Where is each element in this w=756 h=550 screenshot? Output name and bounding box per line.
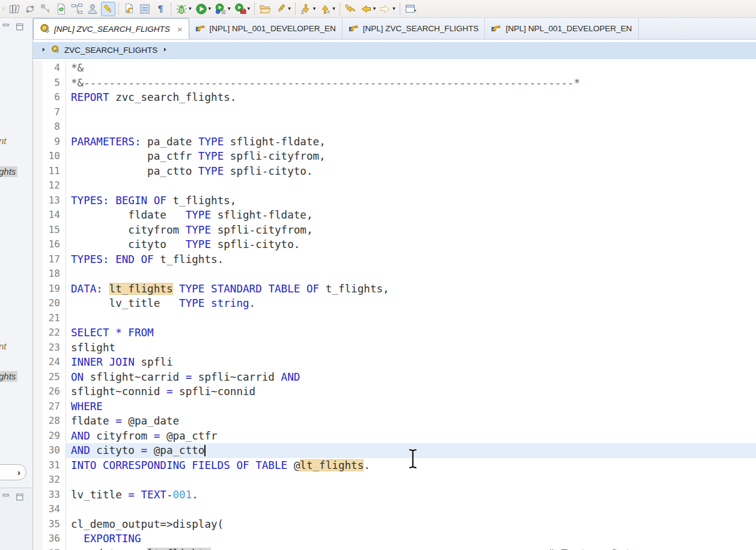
code-text[interactable] (66, 105, 756, 120)
tab-zvc-search-flights-editor[interactable]: P[NPL] ZVC_SEARCH_FLIGHTS× (33, 18, 189, 39)
dropdown-caret-icon[interactable]: ▾ (332, 6, 335, 11)
debug-button[interactable]: ▾ (174, 2, 193, 16)
code-line[interactable]: 26sflight~connid = spfli~connid (33, 384, 756, 399)
open-folder-button[interactable] (258, 2, 272, 16)
code-line[interactable]: 12 (33, 178, 756, 193)
code-text[interactable] (66, 311, 756, 326)
chevron-right-icon[interactable] (40, 46, 47, 55)
left-panel-item-fragment[interactable]: nt (0, 341, 7, 351)
code-text[interactable]: REPORT zvc_search_flights. (66, 90, 756, 105)
code-text[interactable]: TYPES: BEGIN OF t_flights, (66, 193, 756, 208)
code-text[interactable] (66, 119, 756, 134)
code-text[interactable]: DATA: lt_flights TYPE STANDARD TABLE OF … (66, 282, 756, 297)
tab-zvc-search-flights-gui[interactable]: [NPL] ZVC_SEARCH_FLIGHTS (343, 18, 486, 39)
tab-npl-001-developer-en-1[interactable]: [NPL] NPL_001_DEVELOPER_EN (189, 18, 343, 39)
left-panel-item-fragment[interactable]: ghts (0, 371, 17, 382)
expand-panel-button[interactable]: › (0, 464, 26, 480)
clipped-icon[interactable] (0, 2, 6, 16)
code-text[interactable] (66, 473, 756, 488)
dropdown-caret-icon[interactable]: ▾ (248, 6, 251, 11)
code-line[interactable]: 37 data = lt_flights " Text or Data (33, 546, 756, 550)
code-line[interactable]: 10 pa_ctfr TYPE spfli-cityfrom, (33, 149, 756, 164)
show-whitespace-toggle[interactable]: ¶ (153, 2, 168, 16)
code-text[interactable]: cityfrom TYPE spfli-cityfrom, (66, 223, 756, 238)
code-line[interactable]: 22SELECT * FROM (33, 325, 756, 340)
code-line[interactable]: 23sflight (33, 340, 756, 355)
dropdown-caret-icon[interactable]: ▾ (209, 6, 212, 11)
code-text[interactable]: ON sflight~carrid = spfli~carrid AND (66, 370, 756, 385)
code-text[interactable]: cityto TYPE spfli-cityto. (66, 237, 756, 252)
minimize-view-icon[interactable] (1, 492, 12, 503)
code-line[interactable]: 20 lv_title TYPE string. (33, 296, 756, 311)
code-line[interactable]: 4*& (33, 61, 756, 76)
run-external-button[interactable]: ▾ (233, 2, 252, 16)
run-button[interactable]: ▾ (194, 2, 213, 16)
code-text[interactable]: pa_ctfr TYPE spfli-cityfrom, (66, 149, 756, 164)
code-line[interactable]: 14 fldate TYPE sflight-fldate, (33, 208, 756, 223)
code-line[interactable]: 33lv_title = TEXT-001. (33, 488, 756, 503)
code-line[interactable]: 15 cityfrom TYPE spfli-cityfrom, (33, 223, 756, 238)
refresh-document-icon[interactable] (54, 2, 69, 16)
code-line[interactable]: 32 (33, 473, 756, 488)
code-line[interactable]: 7 (33, 105, 756, 120)
code-text[interactable] (66, 502, 756, 517)
code-text[interactable]: WHERE (66, 399, 756, 414)
code-text[interactable]: EXPORTING (66, 531, 756, 546)
code-text[interactable]: SELECT * FROM (66, 325, 756, 340)
next-annotation-button[interactable]: ▾ (299, 2, 317, 16)
minimize-view-icon[interactable] (1, 22, 12, 32)
code-text[interactable]: sflight~connid = spfli~connid (66, 384, 756, 399)
profile-button[interactable]: ▾ (213, 2, 232, 16)
code-line[interactable]: 19DATA: lt_flights TYPE STANDARD TABLE O… (33, 282, 756, 297)
code-text[interactable]: fldate TYPE sflight-fldate, (66, 208, 756, 223)
code-line[interactable]: 28fldate = @pa_date (33, 414, 756, 429)
code-line[interactable]: 13TYPES: BEGIN OF t_flights, (33, 193, 756, 208)
code-line[interactable]: 17TYPES: END OF t_flights. (33, 252, 756, 267)
code-text[interactable]: fldate = @pa_date (66, 414, 756, 429)
forward-button[interactable]: ▾ (378, 2, 397, 16)
check-list-button[interactable] (138, 2, 152, 16)
maximize-view-icon[interactable] (14, 492, 25, 503)
code-line[interactable]: 6REPORT zvc_search_flights. (33, 90, 756, 105)
code-text[interactable]: cl_demo_output=>display( (66, 517, 756, 532)
code-text[interactable]: sflight (66, 340, 756, 355)
code-line[interactable]: 8 (33, 119, 756, 134)
hierarchy-icon[interactable] (70, 2, 84, 16)
code-text[interactable]: lv_title = TEXT-001. (66, 488, 756, 503)
code-text[interactable]: INNER JOIN spfli (66, 355, 756, 370)
library-icon[interactable] (7, 2, 22, 16)
dropdown-caret-icon[interactable]: ▾ (288, 6, 291, 11)
code-line[interactable]: 21 (33, 311, 756, 326)
left-panel-item-fragment[interactable]: nt (0, 136, 7, 146)
code-text[interactable]: TYPES: END OF t_flights. (66, 252, 756, 267)
code-area[interactable]: 4*&5*&----------------------------------… (33, 59, 756, 550)
code-line[interactable]: 30AND cityto = @pa_ctto (33, 443, 756, 458)
highlight-toggle-button[interactable] (101, 2, 115, 16)
breadcrumb-object-name[interactable]: ZVC_SEARCH_FLIGHTS (64, 46, 157, 55)
code-line[interactable]: 16 cityto TYPE spfli-cityto. (33, 237, 756, 252)
code-text[interactable]: PARAMETERS: pa_date TYPE sflight-fldate, (66, 134, 756, 150)
code-text[interactable]: data = lt_flights " Text or Data (66, 546, 756, 550)
back-button[interactable]: ▾ (359, 2, 377, 16)
code-line[interactable]: 18 (33, 267, 756, 282)
code-text[interactable]: AND cityto = @pa_ctto (66, 443, 756, 458)
previous-annotation-button[interactable]: ▾ (318, 2, 337, 16)
maximize-view-icon[interactable] (14, 22, 25, 32)
code-line[interactable]: 25ON sflight~carrid = spfli~carrid AND (33, 370, 756, 385)
code-line[interactable]: 5*&-------------------------------------… (33, 76, 756, 91)
code-line[interactable]: 35cl_demo_output=>display( (33, 517, 756, 532)
new-window-button[interactable] (403, 2, 418, 16)
code-text[interactable]: AND cityfrom = @pa_ctfr (66, 429, 756, 444)
code-line[interactable]: 36 EXPORTING (33, 531, 756, 546)
code-text[interactable] (66, 178, 756, 193)
code-text[interactable] (66, 267, 756, 282)
code-line[interactable]: 9PARAMETERS: pa_date TYPE sflight-fldate… (33, 134, 756, 150)
code-line[interactable]: 31INTO CORRESPONDING FIELDS OF TABLE @lt… (33, 458, 756, 473)
dropdown-caret-icon[interactable]: ▾ (313, 6, 316, 11)
code-line[interactable]: 27WHERE (33, 399, 756, 414)
close-icon[interactable]: × (177, 25, 183, 34)
code-text[interactable]: *& (66, 61, 756, 76)
keys-icon[interactable] (38, 2, 53, 16)
code-line[interactable]: 11 pa_ctto TYPE spfli-cityto. (33, 164, 756, 179)
code-text[interactable]: lv_title TYPE string. (66, 296, 756, 311)
